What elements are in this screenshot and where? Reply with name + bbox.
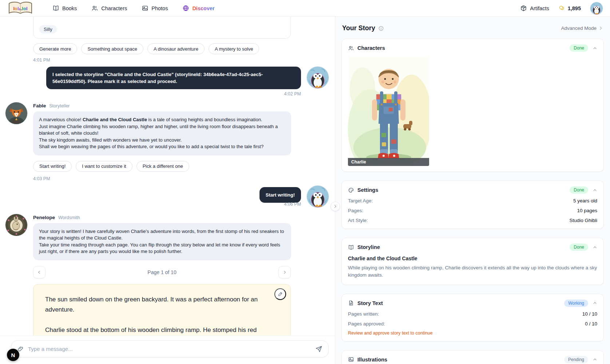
charlie-watercolor-illustration xyxy=(348,56,429,165)
story-text-card-header[interactable]: Story Text Working xyxy=(348,300,597,307)
review-warning-text[interactable]: Review and approve story text to continu… xyxy=(348,331,597,336)
user-avatar[interactable] xyxy=(590,2,603,15)
chat-scroll-area[interactable]: Silly Generate more Something about spac… xyxy=(0,17,335,336)
action-start-writing[interactable]: Start writing! xyxy=(33,161,72,172)
user-message-row: I selected the storyline "Charlie and th… xyxy=(33,67,329,89)
illustrations-card: Illustrations Pending xyxy=(341,350,604,364)
coin-count: 1,895 xyxy=(568,5,581,11)
metric-label: Pages approved: xyxy=(348,321,385,327)
status-badge: Done xyxy=(570,44,588,52)
book-open-icon xyxy=(348,244,354,250)
chevron-left-icon xyxy=(37,270,42,275)
setting-row-art-style: Art Style: Studio Ghibli xyxy=(348,218,597,223)
panel-title: Your Story xyxy=(342,24,375,32)
coin-balance[interactable]: 1,895 xyxy=(559,5,581,12)
penelope-message-bubble: Your story is written! I have carefully … xyxy=(33,223,291,260)
message-input-box[interactable] xyxy=(11,340,329,357)
collapse-side-panel-button[interactable] xyxy=(330,202,340,211)
photo-icon xyxy=(142,5,148,12)
nav-item-artifacts[interactable]: Artifacts xyxy=(520,5,549,12)
nav-item-characters[interactable]: Characters xyxy=(91,5,127,12)
send-message-button[interactable] xyxy=(315,345,322,353)
package-icon xyxy=(520,5,527,12)
metric-value: 10 / 10 xyxy=(582,311,597,317)
action-customize[interactable]: I want to customize it xyxy=(76,161,132,172)
book-open-icon xyxy=(52,5,59,12)
card-title: Illustrations xyxy=(357,357,387,363)
message-input[interactable] xyxy=(28,346,311,352)
settings-card-header[interactable]: Settings Done xyxy=(348,186,597,194)
coins-icon xyxy=(559,5,565,12)
suggestion-generate-more[interactable]: Generate more xyxy=(33,43,77,54)
storyline-card-header[interactable]: Storyline Done xyxy=(348,244,597,251)
status-badge: Done xyxy=(570,186,588,194)
nav-item-photos[interactable]: Photos xyxy=(142,5,168,12)
fable-message-bubble: A marvelous choice! Charlie and the Clou… xyxy=(33,111,291,155)
collapse-card-button[interactable] xyxy=(593,46,597,51)
settings-card: Settings Done Target Age: 5 years old Pa… xyxy=(341,181,604,229)
setting-label: Pages: xyxy=(348,208,363,213)
image-icon xyxy=(348,356,354,363)
message-paragraph: Shall we begin weaving the pages of this… xyxy=(39,143,285,150)
penelope-message-row: Penelope Wordsmith Your story is written… xyxy=(5,214,329,260)
collapse-card-button[interactable] xyxy=(593,245,597,250)
storyline-description: While playing on his wooden climbing ram… xyxy=(348,264,597,279)
suggestion-dinosaur[interactable]: A dinosaur adventure xyxy=(147,43,205,54)
message-paragraph: Your story is written! I have carefully … xyxy=(39,228,285,242)
logo-text: lols.lol xyxy=(7,1,33,16)
story-paragraph: Charlie stood at the bottom of his woode… xyxy=(45,325,279,336)
illustrations-card-header[interactable]: Illustrations Pending xyxy=(348,356,597,363)
app-logo[interactable]: lols.lol xyxy=(7,1,33,16)
penguin-avatar-image xyxy=(307,186,329,207)
timestamp: 4:02 PM xyxy=(0,91,301,96)
penguin-avatar-image xyxy=(590,2,603,15)
users-icon xyxy=(91,5,98,12)
setting-value: Studio Ghibli xyxy=(569,218,597,223)
setting-value: 5 years old xyxy=(573,198,597,203)
collapse-card-button[interactable] xyxy=(593,301,597,305)
collapse-card-button[interactable] xyxy=(593,357,597,362)
edit-story-text-button[interactable] xyxy=(274,288,286,300)
status-badge: Pending xyxy=(564,356,588,363)
send-icon xyxy=(315,345,322,353)
characters-card: Characters Done xyxy=(341,39,604,172)
chat-input-area: N xyxy=(0,336,335,364)
dev-mode-badge[interactable]: N xyxy=(7,349,19,361)
panel-header: Your Story Advanced Mode xyxy=(341,17,604,39)
previous-page-button[interactable] xyxy=(33,266,45,278)
story-page-text-card: The sun smiled down on the green backyar… xyxy=(33,284,291,336)
suggestion-space[interactable]: Something about space xyxy=(81,43,143,54)
user-avatar xyxy=(307,186,329,207)
users-icon xyxy=(348,45,354,51)
status-badge: Done xyxy=(570,244,588,251)
suggestion-pills-row: Generate more Something about space A di… xyxy=(33,43,335,54)
file-text-icon xyxy=(348,300,354,306)
character-thumbnail[interactable]: Charlie xyxy=(348,56,429,166)
user-message-bubble: I selected the storyline "Charlie and th… xyxy=(46,67,301,89)
chevron-right-icon xyxy=(282,270,287,275)
advanced-mode-label: Advanced Mode xyxy=(561,25,597,31)
penelope-avatar xyxy=(5,214,27,236)
card-title: Story Text xyxy=(357,300,383,306)
nav-label-discover: Discover xyxy=(192,5,214,11)
action-pick-different[interactable]: Pick a different one xyxy=(136,161,189,172)
nav-label-photos: Photos xyxy=(151,5,168,11)
card-title: Settings xyxy=(357,187,378,193)
info-icon[interactable] xyxy=(378,25,384,31)
advanced-mode-link[interactable]: Advanced Mode xyxy=(561,25,603,31)
character-name-label: Charlie xyxy=(348,158,429,166)
suggestion-mystery[interactable]: A mystery to solve xyxy=(209,43,259,54)
message-paragraph: Take your time reading through each page… xyxy=(39,242,285,255)
chevron-up-icon xyxy=(593,357,597,362)
next-page-button[interactable] xyxy=(278,266,291,278)
message-paragraph: Just imagine Charlie climbing his wooden… xyxy=(39,123,285,137)
storyline-options-card: Silly xyxy=(33,17,291,39)
nav-item-discover[interactable]: Discover xyxy=(182,5,214,12)
characters-card-header[interactable]: Characters Done xyxy=(348,44,597,52)
nav-label-books: Books xyxy=(62,5,77,11)
collapse-card-button[interactable] xyxy=(593,188,597,193)
nav-item-books[interactable]: Books xyxy=(52,5,77,12)
chevron-up-icon xyxy=(593,46,597,51)
topic-chip-silly[interactable]: Silly xyxy=(39,25,57,33)
chevron-up-icon xyxy=(593,301,597,305)
